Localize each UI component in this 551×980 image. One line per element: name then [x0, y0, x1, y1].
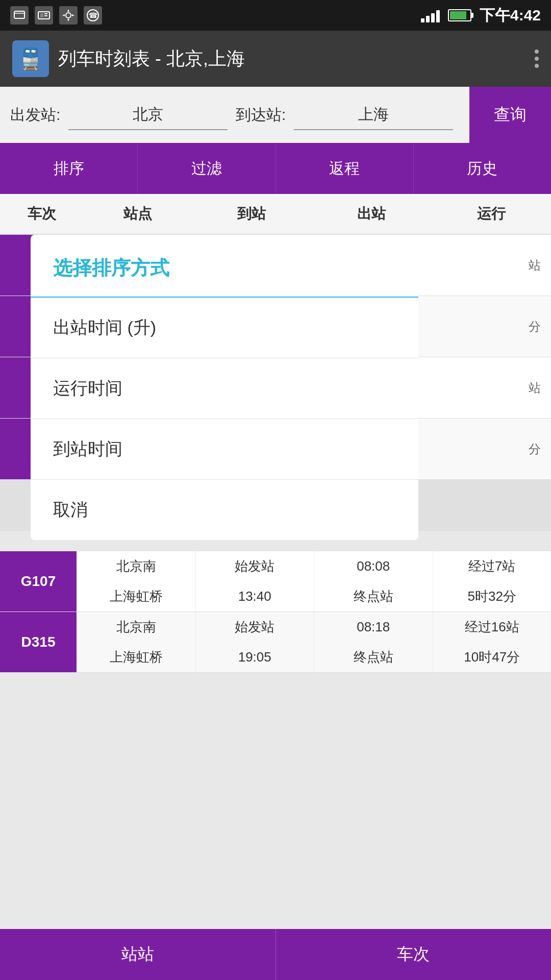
media-icon [35, 6, 53, 24]
app-header-left: 🚆 列车时刻表 - 北京,上海 [12, 40, 245, 77]
g107-duration-1: 经过7站 [433, 551, 552, 581]
g107-departure-1: 08:08 [314, 551, 433, 581]
svg-point-6 [66, 13, 71, 18]
svg-rect-5 [44, 15, 47, 16]
app-title: 列车时刻表 - 北京,上海 [58, 46, 245, 71]
query-button[interactable]: 查询 [469, 87, 551, 143]
d315-departure-2: 终点站 [314, 642, 433, 672]
train-num-g107: G107 [0, 551, 77, 611]
train-row-d315: D315 北京南 始发站 08:18 经过16站 上海虹桥 19:05 终点站 … [0, 612, 551, 673]
cancel-button[interactable]: 取消 [31, 480, 418, 540]
svg-rect-3 [40, 13, 43, 17]
sort-button[interactable]: 排序 [0, 143, 138, 194]
notification-icon [10, 6, 29, 24]
signal-icon [421, 8, 440, 22]
sort-option-arrival[interactable]: 到站时间 [31, 419, 418, 480]
dialog-title: 选择排序方式 [31, 235, 418, 297]
g107-arrival-2: 13:40 [195, 581, 314, 611]
col-departure: 出站 [311, 204, 431, 224]
more-options-button[interactable] [535, 50, 539, 68]
filter-button[interactable]: 过滤 [138, 143, 276, 194]
d315-duration-1: 经过16站 [433, 612, 552, 642]
bottom-navigation: 站站 车次 [0, 929, 551, 980]
search-bar: 出发站: 北京 到达站: 上海 查询 [0, 87, 551, 143]
app-header: 🚆 列车时刻表 - 北京,上海 [0, 31, 551, 87]
d315-departure-1: 08:18 [314, 612, 433, 642]
sort-option-duration[interactable]: 运行时间 [31, 358, 418, 419]
g107-departure-2: 终点站 [314, 581, 433, 611]
sort-dialog: 选择排序方式 出站时间 (升) 运行时间 到站时间 取消 [31, 235, 418, 540]
departure-label: 出发站: [10, 105, 60, 126]
col-station: 站点 [84, 204, 191, 224]
col-arrival: 到站 [192, 204, 312, 224]
app-logo: 🚆 [12, 40, 49, 77]
g107-arrival-1: 始发站 [195, 551, 314, 581]
sort-option-departure-asc[interactable]: 出站时间 (升) [31, 298, 418, 358]
action-row: 排序 过滤 返程 历史 [0, 143, 551, 194]
time-display: 下午4:42 [480, 5, 541, 26]
departure-input[interactable]: 北京 [68, 100, 228, 130]
g107-station-2: 上海虹桥 [77, 581, 195, 611]
arrival-input[interactable]: 上海 [294, 100, 453, 130]
d315-station-1: 北京南 [77, 612, 195, 642]
svg-rect-4 [44, 13, 47, 14]
status-icons: ☎ [10, 6, 102, 24]
col-train-num: 车次 [0, 204, 84, 224]
col-duration: 运行 [431, 204, 551, 224]
phone-icon: ☎ [84, 6, 102, 24]
return-button[interactable]: 返程 [276, 143, 414, 194]
battery-icon [448, 9, 471, 21]
column-headers: 车次 站点 到站 出站 运行 [0, 194, 551, 235]
history-button[interactable]: 历史 [414, 143, 551, 194]
train-number-btn[interactable]: 车次 [276, 929, 552, 980]
svg-rect-0 [14, 11, 24, 18]
settings-icon [59, 6, 78, 24]
train-num-d315: D315 [0, 612, 77, 672]
d315-duration-2: 10时47分 [433, 642, 552, 672]
svg-rect-2 [38, 12, 49, 19]
station-station-btn[interactable]: 站站 [0, 929, 276, 980]
status-right: 下午4:42 [421, 5, 541, 26]
train-list: G107 北京南 始发站 08:08 经过7站 上海虹桥 13:40 终点站 5… [0, 551, 551, 673]
status-bar: ☎ 下午4:42 [0, 0, 551, 31]
arrival-label: 到达站: [236, 105, 286, 126]
d315-station-2: 上海虹桥 [77, 642, 195, 672]
g107-duration-2: 5时32分 [433, 581, 552, 611]
d315-arrival-1: 始发站 [195, 612, 314, 642]
svg-text:☎: ☎ [89, 11, 97, 19]
train-row-g107: G107 北京南 始发站 08:08 经过7站 上海虹桥 13:40 终点站 5… [0, 551, 551, 612]
d315-arrival-2: 19:05 [195, 642, 314, 672]
g107-station-1: 北京南 [77, 551, 195, 581]
